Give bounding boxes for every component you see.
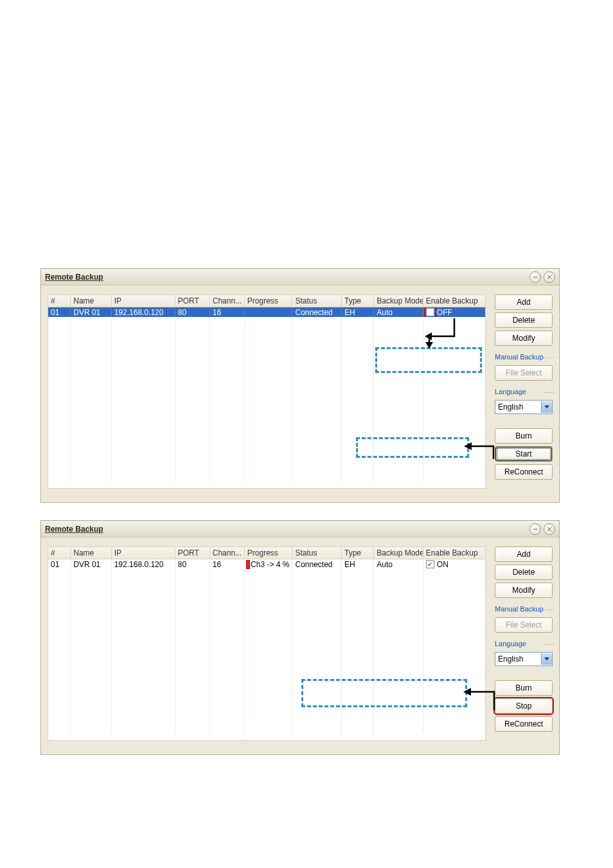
cell-status: Connected — [292, 307, 342, 317]
remote-backup-window-2: Remote Backup # Name IP PORT Chann... Pr… — [40, 520, 560, 755]
dvr-table[interactable]: # Name IP PORT Chann... Progress Status … — [48, 547, 486, 741]
cell-name: DVR 01 — [71, 559, 111, 569]
col-type[interactable]: Type — [342, 547, 374, 559]
col-port[interactable]: PORT — [175, 295, 210, 307]
stop-button[interactable]: Stop — [495, 698, 553, 714]
col-name[interactable]: Name — [71, 295, 111, 307]
cell-port: 80 — [175, 559, 210, 569]
col-backup-mode[interactable]: Backup Mode — [374, 295, 423, 307]
manual-backup-group-label: Manual Backup — [495, 604, 553, 613]
start-button[interactable]: Start — [495, 446, 553, 462]
sidebar: Add Delete Modify Manual Backup File Sel… — [495, 294, 553, 480]
delete-button[interactable]: Delete — [495, 565, 553, 580]
cell-name: DVR 01 — [71, 307, 111, 317]
col-enable-backup[interactable]: Enable Backup — [423, 547, 485, 559]
col-status[interactable]: Status — [292, 547, 342, 559]
titlebar: Remote Backup — [41, 521, 559, 538]
svg-rect-0 — [533, 276, 537, 277]
enable-backup-label: ON — [437, 560, 449, 569]
cell-type: EH — [342, 307, 374, 317]
col-progress[interactable]: Progress — [245, 295, 293, 307]
cell-channels: 16 — [210, 307, 245, 317]
table-header: # Name IP PORT Chann... Progress Status … — [48, 547, 485, 559]
col-channels[interactable]: Chann... — [210, 295, 245, 307]
language-group-label: Language — [495, 639, 553, 648]
chevron-down-icon — [541, 653, 552, 665]
add-button[interactable]: Add — [495, 547, 553, 562]
sidebar: Add Delete Modify Manual Backup File Sel… — [495, 547, 553, 732]
minimize-icon[interactable] — [529, 271, 541, 283]
reconnect-button[interactable]: ReConnect — [495, 716, 553, 732]
progress-text: Ch3 -> 4 % — [251, 560, 289, 569]
reconnect-button[interactable]: ReConnect — [495, 464, 553, 480]
cell-backup-mode: Auto — [374, 307, 423, 317]
cell-num: 01 — [48, 307, 71, 317]
col-progress[interactable]: Progress — [245, 547, 293, 559]
modify-button[interactable]: Modify — [495, 583, 553, 598]
col-backup-mode[interactable]: Backup Mode — [374, 547, 423, 559]
cell-progress: Ch3 -> 4 % — [245, 559, 293, 569]
titlebar: Remote Backup — [41, 269, 559, 285]
language-group-label: Language — [495, 387, 553, 396]
table-row[interactable]: 01 DVR 01 192.168.0.120 80 16 Connected … — [48, 307, 485, 317]
cell-channels: 16 — [210, 559, 245, 569]
window-title: Remote Backup — [45, 525, 103, 534]
chevron-down-icon — [541, 401, 552, 413]
language-select[interactable]: English — [495, 400, 553, 414]
col-status[interactable]: Status — [292, 295, 342, 307]
delete-button[interactable]: Delete — [495, 312, 553, 328]
language-value: English — [495, 402, 541, 411]
cell-ip: 192.168.0.120 — [112, 559, 175, 569]
cell-progress — [245, 307, 293, 317]
file-select-button[interactable]: File Select — [495, 365, 553, 381]
col-type[interactable]: Type — [342, 295, 374, 307]
minimize-icon[interactable] — [529, 523, 541, 535]
close-icon[interactable] — [544, 523, 555, 535]
burn-button[interactable]: Burn — [495, 428, 553, 444]
cell-backup-mode: Auto — [374, 559, 423, 569]
col-name[interactable]: Name — [71, 547, 111, 559]
cell-port: 80 — [175, 307, 210, 317]
remote-backup-window-1: Remote Backup # Name IP PORT Chann... Pr… — [40, 268, 560, 503]
progress-indicator-icon — [247, 561, 249, 568]
col-num[interactable]: # — [48, 547, 71, 559]
language-select[interactable]: English — [495, 652, 553, 666]
cell-enable-backup[interactable]: ON — [423, 559, 485, 569]
cell-status: Connected — [292, 559, 342, 569]
close-icon[interactable] — [544, 271, 555, 283]
add-button[interactable]: Add — [495, 294, 553, 310]
cell-enable-backup[interactable]: OFF — [423, 307, 485, 317]
col-channels[interactable]: Chann... — [210, 547, 245, 559]
col-enable-backup[interactable]: Enable Backup — [423, 295, 485, 307]
svg-rect-1 — [533, 529, 537, 529]
cell-type: EH — [342, 559, 374, 569]
col-ip[interactable]: IP — [112, 547, 175, 559]
col-ip[interactable]: IP — [112, 295, 175, 307]
table-header: # Name IP PORT Chann... Progress Status … — [48, 295, 485, 307]
cell-num: 01 — [48, 559, 71, 569]
file-select-button[interactable]: File Select — [495, 617, 553, 633]
enable-backup-label: OFF — [437, 308, 452, 317]
dvr-table[interactable]: # Name IP PORT Chann... Progress Status … — [48, 294, 486, 489]
manual-backup-group-label: Manual Backup — [495, 352, 553, 361]
enable-backup-checkbox[interactable] — [426, 308, 434, 316]
enable-backup-checkbox[interactable] — [426, 560, 434, 568]
table-row[interactable]: 01 DVR 01 192.168.0.120 80 16 Ch3 -> 4 %… — [48, 559, 485, 569]
window-title: Remote Backup — [45, 273, 103, 282]
col-num[interactable]: # — [48, 295, 71, 307]
cell-ip: 192.168.0.120 — [112, 307, 175, 317]
burn-button[interactable]: Burn — [495, 680, 553, 696]
col-port[interactable]: PORT — [175, 547, 210, 559]
language-value: English — [495, 655, 541, 664]
modify-button[interactable]: Modify — [495, 330, 553, 346]
